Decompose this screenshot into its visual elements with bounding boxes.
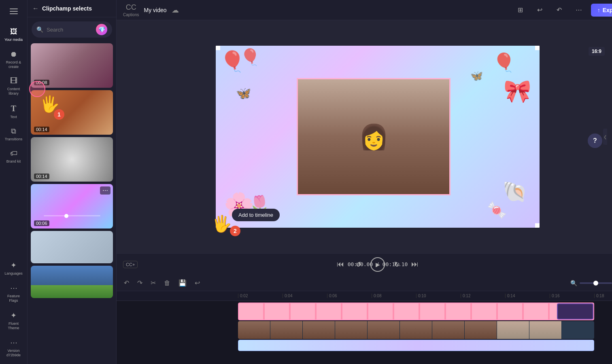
thumb-more-button[interactable]: ⋯ [100,186,110,195]
aspect-ratio-display[interactable]: 16:9 [589,47,605,59]
ruler-mark-2: 0:06 [327,294,372,298]
track-thumb-7 [432,321,465,339]
sidebar-label-content-library: Contentlibrary [7,87,20,96]
sidebar-label-languages: Languages [4,271,23,275]
timeline-toolbar: ↶ ↷ ✂ 🗑 💾 ↩ 🔍 🔍 ⤢ [117,275,612,291]
sidebar-label-version: Versiond72b9de [6,349,21,358]
center-video: 👩 [297,78,450,195]
thumb-duration-3: 00:14 [34,174,49,179]
media-item-5[interactable] [31,231,113,263]
top-bar: CC Captions My video ☁ ⊞ ↩ ↶ ⋯ ↑ Export … [117,0,612,20]
zoom-control: 🔍 🔍 ⤢ [570,277,612,288]
track-audio-content [238,340,594,351]
track-thumb-9 [497,321,529,339]
hamburger-menu[interactable] [2,3,26,19]
track-main-video[interactable] [238,321,612,339]
captions-panel[interactable]: CC Captions [123,3,139,17]
right-panel-collapse[interactable]: ❮ [603,129,607,145]
export-label: Export [603,7,612,13]
sidebar-item-record-create[interactable]: ⏺ Record &create [2,47,26,72]
track-overlay[interactable] [238,303,612,320]
record-icon: ⏺ [10,50,17,59]
timeline-redo-button[interactable]: ↷ [135,277,145,288]
sidebar-item-brand-kit[interactable]: 🏷 Brand kit [2,146,26,167]
sidebar-item-feature-flags[interactable]: ⋯ Feature Flags [2,280,26,306]
sidebar-item-fluent-theme[interactable]: ✦ FluentTheme [2,308,26,334]
version-icon: ⋯ [10,338,17,347]
zoom-slider[interactable] [580,282,612,284]
thumb-duration-2: 00:14 [34,127,49,132]
export-icon: ↑ [597,7,600,13]
feature-flags-icon: ⋯ [10,284,17,292]
premium-badge[interactable]: 💎 [96,24,107,35]
track-end-clip[interactable] [557,303,593,320]
ruler-marks: 0:02 0:04 0:06 0:08 0:10 0:12 0:14 0:16 … [238,294,612,298]
languages-icon: ✦ [11,261,17,270]
video-title: My video [144,7,166,13]
track-thumb-5 [368,321,400,339]
media-item-3[interactable]: 00:14 [31,137,113,182]
ruler-mark-5: 0:12 [461,294,505,298]
search-input[interactable] [47,27,93,33]
sidebar-item-content-library[interactable]: 🎞 Contentlibrary [2,74,26,99]
timeline-delete-button[interactable]: 🗑 [162,278,173,288]
total-time: 00:16.10 [382,261,408,267]
track-thumb-6 [400,321,432,339]
main-area: CC Captions My video ☁ ⊞ ↩ ↶ ⋯ ↑ Export … [117,0,612,364]
timeline-tracks [117,301,612,364]
sidebar-label-brand-kit: Brand kit [6,159,21,163]
thumb-duration-4: 00:06 [34,220,49,226]
export-button[interactable]: ↑ Export ▾ [591,4,612,17]
sidebar-item-languages[interactable]: ✦ Languages [2,258,26,279]
track-thumb-1 [238,321,270,339]
timeline-ruler: 0:02 0:04 0:06 0:08 0:10 0:12 0:14 0:16 … [117,291,612,301]
back-button[interactable]: ← [32,5,39,12]
media-panel-header: ← Clipchamp selects [28,0,116,17]
ruler-mark-8: 0:18 [594,294,612,298]
help-button[interactable]: ? [588,133,602,148]
video-canvas: 🎈 🎈 🎈 🌸 🌷 🎀 🐚 🍬 🦋 🦋 👩 [216,46,540,228]
rotate-button[interactable]: ↩ [533,3,547,17]
timeline-cut-button[interactable]: ✂ [148,277,158,288]
content-library-highlight [29,81,45,97]
timeline-save-button[interactable]: 💾 [176,277,189,288]
media-item-6[interactable] [31,266,113,298]
crop-button[interactable]: ⊞ [513,3,528,17]
cloud-sync-icon: ☁ [172,6,179,15]
timeline-undo-button[interactable]: ↶ [121,277,132,288]
sidebar-item-transitions[interactable]: ⧉ Transitions [2,124,26,144]
skip-back-button[interactable]: ⏮ [334,258,346,271]
ruler-mark-7: 0:16 [550,294,594,298]
captions-icon: CC [126,3,136,12]
media-item-4[interactable]: ⋯ 00:06 [31,184,113,229]
sidebar-item-your-media[interactable]: 🖼 Your media [2,24,26,45]
sidebar-item-version[interactable]: ⋯ Versiond72b9de [2,335,26,361]
media-item-2[interactable]: 00:14 [31,90,113,135]
track-thumb-10 [529,321,562,339]
sidebar-label-text: Text [10,115,17,119]
track-main-content [238,321,594,339]
sidebar-label-transitions: Transitions [5,137,23,141]
current-time: 00:00.00 [348,261,373,267]
sidebar-label-fluent-theme: FluentTheme [8,322,19,330]
cc-button[interactable]: CC+ [123,261,138,268]
track-thumb-2 [270,321,303,339]
track-thumb-8 [465,321,497,339]
zoom-out-icon[interactable]: 🔍 [570,280,577,286]
step-badge-2: 2 [230,226,240,236]
fluent-theme-icon: ✦ [11,311,17,320]
timeline-back-button[interactable]: ↩ [192,277,202,288]
track-audio[interactable] [238,340,612,351]
media-item-1[interactable]: 00:08 [31,43,113,88]
sidebar-label-record-create: Record &create [6,60,21,69]
captions-label: Captions [123,13,139,17]
sidebar-label-feature-flags: Feature Flags [3,294,24,303]
cc-label: CC+ [126,262,135,267]
skip-forward-button[interactable]: ⏭ [409,258,421,271]
brand-kit-icon: 🏷 [10,149,17,158]
left-sidebar: 🖼 Your media ⏺ Record &create 🎞 Contentl… [0,0,28,364]
sidebar-item-text[interactable]: T Text [2,101,26,122]
more-options-button[interactable]: ⋯ [572,3,586,17]
undo-button[interactable]: ↶ [552,3,567,17]
search-icon: 🔍 [36,26,43,33]
